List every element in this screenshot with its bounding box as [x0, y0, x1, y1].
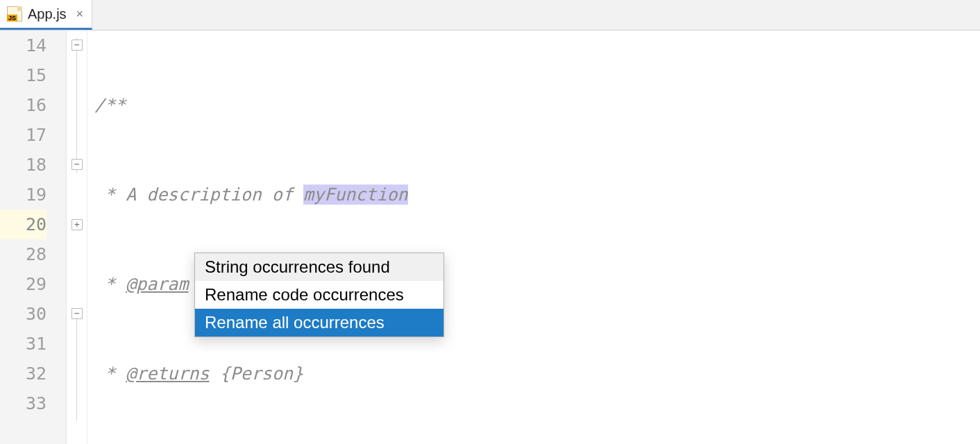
fold-toggle-icon[interactable]: −: [71, 308, 83, 319]
line-number: 15: [0, 60, 47, 90]
tab-filename: App.js: [28, 6, 67, 22]
gutter: 14 15 16 17 18 19 20 28 29 30 31 32 33: [0, 31, 67, 444]
fold-column: − − + −: [67, 31, 87, 444]
line-number: 14: [0, 31, 47, 60]
line-number: 20: [0, 210, 47, 239]
line-number: 31: [0, 329, 47, 359]
line-number: 33: [0, 388, 47, 418]
js-file-icon: JS: [7, 6, 22, 22]
fold-toggle-icon[interactable]: −: [71, 159, 83, 170]
close-icon[interactable]: ×: [76, 8, 84, 20]
code-line[interactable]: * A description of myFunction: [87, 180, 980, 210]
line-number: 17: [0, 120, 47, 150]
editor-tab[interactable]: JS App.js ×: [0, 0, 92, 30]
line-number: 16: [0, 90, 47, 120]
line-number: 32: [0, 359, 47, 388]
code-line[interactable]: * @returns {Person}: [87, 359, 980, 388]
code-line[interactable]: /**: [87, 90, 980, 120]
line-number: 19: [0, 180, 47, 210]
identifier-usage: myFunction: [303, 185, 408, 205]
rename-popup: String occurrences found Rename code occ…: [194, 253, 444, 337]
line-number: 29: [0, 269, 47, 299]
popup-header: String occurrences found: [195, 253, 443, 281]
line-number: 28: [0, 239, 47, 269]
fold-toggle-icon[interactable]: +: [71, 219, 83, 230]
popup-item-rename-all[interactable]: Rename all occurrences: [195, 309, 443, 336]
code-area[interactable]: /** * A description of myFunction * @par…: [87, 31, 980, 444]
popup-item-rename-code[interactable]: Rename code occurrences: [195, 281, 443, 309]
fold-toggle-icon[interactable]: −: [71, 40, 83, 51]
tab-bar: JS App.js ×: [0, 0, 980, 31]
line-number: 30: [0, 299, 47, 329]
line-number: 18: [0, 150, 47, 180]
code-editor[interactable]: 14 15 16 17 18 19 20 28 29 30 31 32 33 −…: [0, 31, 980, 444]
